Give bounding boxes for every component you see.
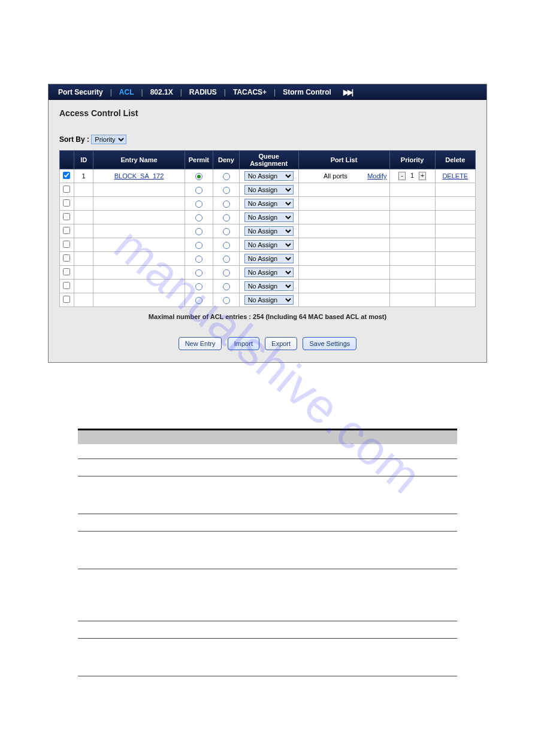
nav-separator: | [177,88,186,96]
sort-by-label: Sort By : [59,135,89,144]
new-entry-button[interactable]: New Entry [179,337,222,350]
permit-radio[interactable] [195,242,202,249]
table-row: No Assign [60,197,476,211]
permit-radio[interactable] [195,269,202,277]
row-id [74,183,93,197]
nav-port-security[interactable]: Port Security [55,88,107,96]
navbar: Port Security | ACL | 802.1X | RADIUS | … [49,84,486,100]
queue-select[interactable]: No Assign [244,254,294,263]
row-checkbox[interactable] [63,186,70,193]
col-header-entry: Entry Name [93,151,185,169]
permit-radio[interactable] [195,283,202,290]
nav-separator: | [138,88,147,96]
table-row: No Assign [60,238,476,252]
deny-radio[interactable] [223,242,230,249]
permit-radio[interactable] [195,201,202,208]
nav-separator: | [270,88,279,96]
entry-name-link[interactable]: BLOCK_SA_172 [114,172,164,180]
port-list-text: All ports [324,172,347,180]
col-header-deny: Deny [213,151,239,169]
col-header-portlist: Port List [298,151,389,169]
col-header-queue: Queue Assignment [239,151,298,169]
row-checkbox[interactable] [63,241,70,248]
nav-tacacs[interactable]: TACACS+ [229,88,270,96]
nav-separator: | [107,88,116,96]
nav-separator: | [220,88,229,96]
deny-radio[interactable] [223,283,230,290]
queue-select[interactable]: No Assign [244,240,294,250]
doc-header-bar [78,429,457,444]
queue-select[interactable]: No Assign [244,295,294,305]
priority-value: 1 [406,172,419,179]
delete-link[interactable]: DELETE [442,172,468,180]
col-header-delete: Delete [435,151,475,169]
priority-decrement[interactable]: - [398,172,406,180]
page-title: Access Control List [59,108,476,118]
col-header-id: ID [74,151,93,169]
table-row: No Assign [60,224,476,238]
table-row: 1BLOCK_SA_172No AssignAll portsModify-1+… [60,169,476,183]
deny-radio[interactable] [223,297,230,304]
table-row: No Assign [60,266,476,280]
permit-radio[interactable] [195,297,202,304]
deny-radio[interactable] [223,269,230,277]
acl-footnote: Maximal number of ACL entries : 254 (Inc… [59,313,476,320]
deny-radio[interactable] [223,214,230,221]
queue-select[interactable]: No Assign [244,226,294,236]
row-checkbox[interactable] [63,282,70,289]
col-header-permit: Permit [185,151,213,169]
row-id [74,197,93,211]
table-row: No Assign [60,280,476,293]
modify-link[interactable]: Modify [367,172,386,180]
table-row: No Assign [60,293,476,307]
row-id [74,211,93,224]
row-checkbox[interactable] [63,296,70,303]
row-checkbox[interactable] [63,199,70,207]
deny-radio[interactable] [223,187,230,194]
permit-radio[interactable] [195,173,202,180]
row-id [74,280,93,293]
row-checkbox[interactable] [63,268,70,275]
queue-select[interactable]: No Assign [244,199,294,208]
sort-by-select[interactable]: Priority [91,135,126,144]
table-row: No Assign [60,183,476,197]
nav-radius[interactable]: RADIUS [186,88,220,96]
nav-storm-control[interactable]: Storm Control [279,88,335,96]
deny-radio[interactable] [223,256,230,263]
queue-select[interactable]: No Assign [244,268,294,277]
queue-select[interactable]: No Assign [244,212,294,222]
table-row: No Assign [60,252,476,266]
permit-radio[interactable] [195,228,202,235]
acl-table: ID Entry Name Permit Deny Queue Assignme… [59,150,476,307]
nav-acl[interactable]: ACL [116,88,138,96]
col-header-priority: Priority [389,151,435,169]
row-id [74,266,93,280]
priority-increment[interactable]: + [419,172,426,180]
row-id [74,252,93,266]
permit-radio[interactable] [195,256,202,263]
import-button[interactable]: Import [228,337,259,350]
deny-radio[interactable] [223,173,230,180]
deny-radio[interactable] [223,201,230,208]
table-row: No Assign [60,211,476,224]
export-button[interactable]: Export [265,337,297,350]
nav-scroll-right-icon[interactable]: ▶▶| [340,88,356,96]
nav-8021x[interactable]: 802.1X [147,88,177,96]
row-checkbox[interactable] [63,227,70,234]
permit-radio[interactable] [195,187,202,194]
acl-panel: Port Security | ACL | 802.1X | RADIUS | … [48,84,487,363]
row-id [74,224,93,238]
row-checkbox[interactable] [63,213,70,220]
queue-select[interactable]: No Assign [244,185,294,195]
queue-select[interactable]: No Assign [244,281,294,291]
permit-radio[interactable] [195,214,202,221]
divider [78,676,457,676]
doc-lines-section [48,429,487,676]
row-checkbox[interactable] [63,254,70,262]
save-settings-button[interactable]: Save Settings [303,337,356,350]
row-id [74,238,93,252]
row-id: 1 [74,169,93,183]
row-checkbox[interactable] [63,172,70,179]
queue-select[interactable]: No Assign [244,171,294,181]
deny-radio[interactable] [223,228,230,235]
